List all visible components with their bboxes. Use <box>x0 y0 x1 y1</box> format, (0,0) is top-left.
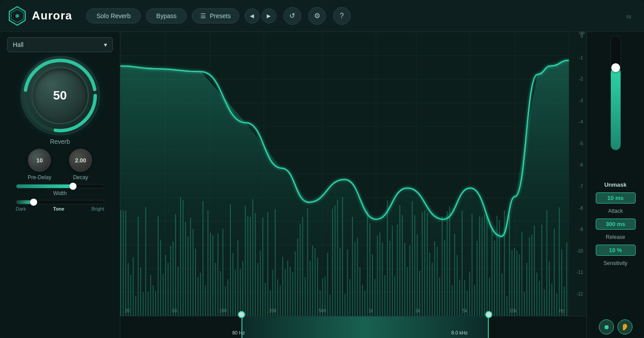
release-value-badge[interactable]: 300 ms <box>596 219 636 230</box>
unmask-label: Unmask <box>604 181 627 188</box>
db-12: -12 <box>572 292 585 296</box>
header: Aurora Solo Reverb Bypass ☰ Presets ◀ ▶ … <box>0 0 644 32</box>
listen-button[interactable]: 👂 <box>617 319 632 334</box>
tone-slider[interactable] <box>16 200 104 204</box>
play-icon: ⏺ <box>603 323 610 330</box>
center-area: dB 0 -1 -2 -3 -4 -5 -6 -7 -8 -9 -10 -11 … <box>120 32 586 338</box>
width-slider[interactable] <box>16 184 104 188</box>
freq-high-handle[interactable] <box>485 311 492 318</box>
tone-slider-thumb[interactable] <box>30 199 37 206</box>
decay-label: Decay <box>73 174 88 181</box>
attack-label: Attack <box>608 208 623 214</box>
volume-slider-fill <box>611 68 621 150</box>
freq-2k: 2k <box>415 308 420 313</box>
logo-area: Aurora <box>7 6 72 26</box>
undo-button[interactable]: ↺ <box>284 7 301 25</box>
decay-knob[interactable]: 2.00 <box>69 149 92 172</box>
db-1: -1 <box>572 55 585 60</box>
pre-delay-knob[interactable]: 10 <box>28 149 51 172</box>
listen-icon: 👂 <box>621 323 629 330</box>
pre-delay-value: 10 <box>36 157 42 164</box>
db-3: -3 <box>572 98 585 103</box>
aurora-logo-icon <box>7 6 27 26</box>
settings-button[interactable]: ⚙ <box>308 7 326 25</box>
solo-reverb-button[interactable]: Solo Reverb <box>86 8 141 23</box>
freq-50: 50 <box>172 308 177 313</box>
width-slider-fill <box>16 184 73 188</box>
presets-icon: ☰ <box>200 12 206 19</box>
decay-group: 2.00 Decay <box>69 149 92 181</box>
sensitivity-label: Sensitivity <box>603 260 627 266</box>
reverb-arc <box>22 57 99 134</box>
tone-center-label: Tone <box>53 206 64 211</box>
tone-labels: Dark Tone Bright <box>16 206 104 211</box>
release-label: Release <box>606 234 625 240</box>
freq-low-handle[interactable] <box>238 311 245 318</box>
freq-20: 20 <box>125 308 130 313</box>
decay-value: 2.00 <box>75 157 86 164</box>
left-panel: Hall ▾ 50 Reverb <box>0 32 120 338</box>
freq-200: 200 <box>269 308 276 313</box>
dropdown-arrow-icon: ▾ <box>104 41 107 48</box>
reverb-knob[interactable]: 50 <box>20 56 100 135</box>
bypass-button[interactable]: Bypass <box>146 8 187 23</box>
freq-500: 500 <box>319 308 326 313</box>
presets-button[interactable]: ☰ Presets <box>192 8 239 23</box>
freq-1k: 1k <box>368 308 373 313</box>
small-knobs-row: 10 Pre-Delay 2.00 Decay <box>7 149 113 181</box>
width-slider-group: Width <box>7 184 113 196</box>
bottom-icons: ⏺ 👂 <box>599 319 632 334</box>
spectrum-canvas <box>120 32 586 316</box>
db-2: -2 <box>572 77 585 81</box>
db-5: -5 <box>572 141 585 146</box>
room-type-value: Hall <box>13 41 23 48</box>
app-title: Aurora <box>32 9 72 23</box>
freq-labels: 20 50 100 200 500 1k 2k 5k 10k Hz <box>120 308 569 313</box>
freq-10k: 10k <box>510 308 517 313</box>
freq-low-label: 80 Hz <box>232 330 245 335</box>
volume-slider[interactable] <box>610 35 621 150</box>
db-7: -7 <box>572 184 585 189</box>
sensitivity-value-badge[interactable]: 10 % <box>596 245 636 256</box>
width-slider-thumb[interactable] <box>69 183 77 190</box>
presets-label: Presets <box>210 12 230 19</box>
db-unit: dB <box>579 32 585 35</box>
freq-hz: Hz <box>559 308 564 313</box>
play-button[interactable]: ⏺ <box>599 319 614 334</box>
room-type-select[interactable]: Hall ▾ <box>7 37 113 52</box>
freq-high-label: 8.0 kHz <box>451 330 468 335</box>
attack-value-badge[interactable]: 10 ms <box>596 192 636 204</box>
ni-brand: NI <box>626 12 637 20</box>
db-scale: dB 0 -1 -2 -3 -4 -5 -6 -7 -8 -9 -10 -11 … <box>571 32 586 298</box>
freq-bar: 20 50 100 200 500 1k 2k 5k 10k Hz <box>120 316 586 338</box>
app-container: Aurora Solo Reverb Bypass ☰ Presets ◀ ▶ … <box>0 0 644 338</box>
freq-100: 100 <box>219 308 227 313</box>
svg-text:NI: NI <box>626 14 631 19</box>
volume-slider-group <box>590 35 640 177</box>
nav-arrows: ◀ ▶ <box>245 8 276 23</box>
main-content: Hall ▾ 50 Reverb <box>0 32 644 338</box>
prev-button[interactable]: ◀ <box>245 8 260 23</box>
db-6: -6 <box>572 162 585 167</box>
pre-delay-label: Pre-Delay <box>28 174 51 181</box>
reverb-knob-group: 50 Reverb <box>20 56 100 145</box>
next-button[interactable]: ▶ <box>261 8 276 23</box>
svg-point-2 <box>15 14 19 18</box>
width-label: Width <box>53 190 67 196</box>
tone-dark-label: Dark <box>16 206 26 211</box>
tone-slider-group: Dark Tone Bright <box>7 200 113 211</box>
db-4: -4 <box>572 119 585 124</box>
reverb-label: Reverb <box>50 138 70 145</box>
db-11: -11 <box>572 270 585 275</box>
visualizer: dB 0 -1 -2 -3 -4 -5 -6 -7 -8 -9 -10 -11 … <box>120 32 586 316</box>
freq-5k: 5k <box>463 308 468 313</box>
tone-bright-label: Bright <box>92 206 104 211</box>
pre-delay-group: 10 Pre-Delay <box>28 149 51 181</box>
ni-logo-icon: NI <box>626 12 637 20</box>
db-9: -9 <box>572 227 585 232</box>
db-8: -8 <box>572 206 585 211</box>
right-panel: Unmask 10 ms Attack 300 ms Release 10 % … <box>586 32 644 338</box>
help-button[interactable]: ? <box>333 7 351 25</box>
volume-slider-thumb[interactable] <box>611 63 620 72</box>
db-10: -10 <box>572 249 585 254</box>
